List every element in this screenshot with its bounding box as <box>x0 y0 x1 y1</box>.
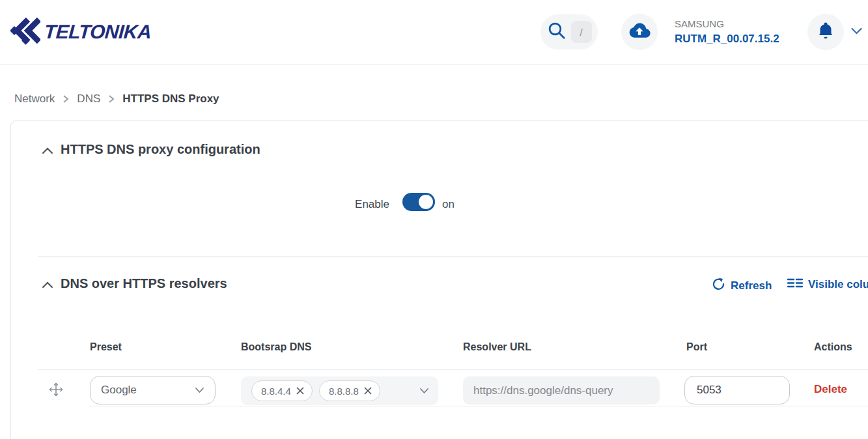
column-header-port: Port <box>686 341 707 353</box>
chevron-right-icon <box>62 94 70 104</box>
remove-tag-icon[interactable] <box>296 387 304 395</box>
bell-icon <box>816 21 835 43</box>
collapse-proxy-config-button[interactable] <box>42 146 55 156</box>
enable-label: Enable <box>298 196 389 213</box>
chevron-down-icon <box>850 26 863 38</box>
breadcrumb-dns[interactable]: DNS <box>77 92 100 106</box>
delete-row-button[interactable]: Delete <box>814 383 847 396</box>
dns-tag: 8.8.4.4 <box>251 380 313 401</box>
columns-icon <box>787 277 803 292</box>
breadcrumb: Network DNS HTTPS DNS Proxy <box>14 92 219 106</box>
chevron-down-icon[interactable] <box>419 388 429 394</box>
dns-tag: 8.8.8.8 <box>319 380 380 401</box>
toggle-knob <box>419 195 433 209</box>
dns-tag-value: 8.8.4.4 <box>261 386 291 397</box>
table-row-divider <box>38 369 868 370</box>
collapse-resolvers-button[interactable] <box>42 280 55 290</box>
refresh-icon <box>712 277 725 294</box>
column-header-preset: Preset <box>90 341 122 353</box>
device-firmware-link[interactable]: RUTM_R_00.07.15.2 <box>675 31 785 47</box>
enable-state-text: on <box>442 196 455 213</box>
preset-selected-value: Google <box>101 384 195 397</box>
chevron-right-icon <box>107 94 115 104</box>
column-header-actions: Actions <box>814 341 852 353</box>
remove-tag-icon[interactable] <box>364 387 372 395</box>
device-name: SAMSUNG <box>675 17 785 31</box>
chevron-up-icon <box>42 279 53 291</box>
refresh-label: Refresh <box>731 279 772 292</box>
port-input[interactable] <box>684 376 790 404</box>
search-shortcut-key: / <box>571 21 592 43</box>
visible-columns-label: Visible columns <box>808 278 868 291</box>
page-card: HTTPS DNS proxy configuration Enable on … <box>10 120 868 439</box>
top-header: TELTONIKA / SAMSUNG RUTM_R_00.07.15.2 <box>0 0 868 64</box>
section-title-resolvers: DNS over HTTPS resolvers <box>61 276 227 291</box>
chevron-up-icon <box>42 145 53 157</box>
notifications-button[interactable] <box>807 14 844 50</box>
refresh-button[interactable]: Refresh <box>712 277 772 294</box>
cloud-sync-button[interactable] <box>621 14 658 50</box>
search-icon <box>547 21 567 43</box>
device-info: SAMSUNG RUTM_R_00.07.15.2 <box>675 17 785 47</box>
visible-columns-button[interactable]: Visible columns <box>787 277 868 292</box>
chevron-down-icon <box>195 384 204 396</box>
section-divider <box>38 256 868 257</box>
teltonika-logo[interactable]: TELTONIKA <box>10 16 151 48</box>
column-header-bootstrap-dns: Bootsrap DNS <box>241 341 311 353</box>
preset-select[interactable]: Google <box>90 376 216 404</box>
breadcrumb-network[interactable]: Network <box>14 92 55 106</box>
column-header-resolver-url: Resolver URL <box>463 341 531 353</box>
enable-toggle[interactable] <box>402 193 435 211</box>
resolver-url-input[interactable] <box>463 376 660 404</box>
breadcrumb-current-page: HTTPS DNS Proxy <box>122 92 219 106</box>
section-title-proxy-config: HTTPS DNS proxy configuration <box>61 142 260 157</box>
bootstrap-dns-multiselect[interactable]: 8.8.4.4 8.8.8.8 <box>241 376 438 405</box>
dns-tag-value: 8.8.8.8 <box>329 386 359 397</box>
teltonika-logo-icon <box>10 16 40 48</box>
cloud-upload-icon <box>628 20 651 44</box>
user-menu-toggle[interactable] <box>850 26 863 38</box>
move-icon <box>48 388 64 399</box>
logo-wordmark: TELTONIKA <box>44 21 152 43</box>
search-button[interactable]: / <box>540 14 598 50</box>
row-drag-handle[interactable] <box>48 382 64 397</box>
table-row-divider <box>90 406 868 406</box>
